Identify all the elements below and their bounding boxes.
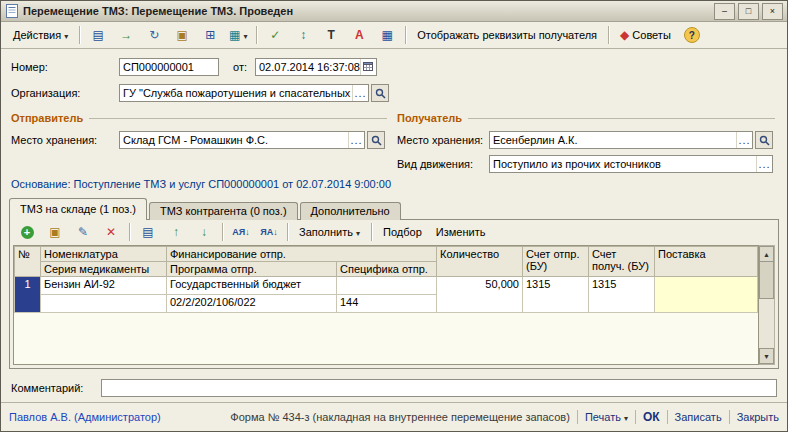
statusbar: Павлов А.В. (Администратор) Форма № 434-…	[1, 402, 787, 431]
statusbar-separator	[635, 410, 636, 424]
sort-asc-icon[interactable]: АЯ↓	[227, 221, 255, 243]
ellipsis-button[interactable]: ...	[348, 132, 364, 148]
font-T-icon[interactable]: Т	[317, 24, 345, 46]
post-document-icon[interactable]: ✓	[261, 24, 289, 46]
tab-tmz-contractor[interactable]: ТМЗ контрагента (0 поз.)	[149, 202, 298, 220]
close-form-button[interactable]: Закрыть	[737, 411, 779, 423]
movements-icon[interactable]: ↕	[289, 24, 317, 46]
print-button[interactable]: Печать	[585, 411, 628, 423]
col-header-quantity[interactable]: Количество	[437, 247, 523, 277]
cell-acct-from[interactable]: 1315	[523, 277, 589, 313]
move-up-icon[interactable]: ↑	[162, 221, 190, 243]
advices-button[interactable]: ◆ Советы	[613, 24, 678, 46]
add-row-icon[interactable]: +	[13, 221, 41, 243]
copy-icon[interactable]: ▣	[168, 24, 196, 46]
date-field[interactable]: 02.07.2014 16:37:08	[255, 58, 377, 76]
tab-bar: ТМЗ на складе (1 поз.) ТМЗ контрагента (…	[9, 198, 403, 220]
create-based-icon[interactable]: ▦	[224, 24, 252, 46]
movement-type-field[interactable]: Поступило из прочих источников ...	[489, 155, 773, 173]
tab-tmz-warehouse[interactable]: ТМЗ на складе (1 поз.)	[9, 198, 147, 220]
number-row: Номер: от: 02.07.2014 16:37:08	[11, 58, 771, 76]
move-down-icon[interactable]: ↓	[190, 221, 218, 243]
toolbar-separator	[222, 223, 223, 241]
sender-storage-field[interactable]: Склад ГСМ - Ромашкин Ф.С. ...	[119, 131, 365, 149]
cell-program[interactable]: Государственный бюджет	[167, 277, 337, 295]
document-window: Перемещение ТМЗ: Перемещение ТМЗ. Провед…	[0, 0, 788, 432]
comment-row: Комментарий:	[11, 379, 777, 397]
journal-icon[interactable]: ▤	[84, 24, 112, 46]
toolbar-separator	[287, 223, 288, 241]
col-header-nomenclature[interactable]: Номенклатура	[41, 247, 167, 262]
recipient-storage-label: Место хранения:	[397, 134, 489, 146]
copy-row-icon[interactable]: ▣	[41, 221, 69, 243]
cell-specifics-code[interactable]: 144	[337, 295, 437, 313]
sender-storage-open-button[interactable]	[367, 131, 385, 149]
show-recipient-details-button[interactable]: Отображать реквизиты получателя	[410, 24, 604, 46]
comment-input[interactable]	[101, 379, 777, 397]
col-header-financing[interactable]: Финансирование отпр.	[167, 247, 437, 262]
col-header-specifics[interactable]: Специфика отпр.	[337, 262, 437, 277]
recipient-storage-open-button[interactable]	[755, 131, 773, 149]
number-input[interactable]	[119, 58, 219, 76]
cell-specifics[interactable]	[337, 277, 437, 295]
scroll-up-icon[interactable]: ▲	[759, 246, 774, 262]
ok-button[interactable]: ОК	[643, 410, 660, 424]
order-icon[interactable]: ▤	[134, 221, 162, 243]
table-empty-area[interactable]	[15, 313, 758, 360]
col-header-acct-from[interactable]: Счет отпр. (БУ)	[523, 247, 589, 277]
fill-menu-button[interactable]: Заполнить	[292, 221, 367, 243]
organization-open-button[interactable]	[371, 84, 389, 102]
col-header-num[interactable]: №	[15, 247, 41, 277]
dropdown-caret-icon	[61, 29, 68, 41]
ellipsis-button[interactable]: ...	[736, 132, 752, 148]
statusbar-separator	[667, 410, 668, 424]
organization-field[interactable]: ГУ "Служба пожаротушения и спасательных …	[119, 84, 369, 102]
statusbar-separator	[729, 410, 730, 424]
cell-acct-to[interactable]: 1315	[589, 277, 655, 313]
col-header-program[interactable]: Программа отпр.	[167, 262, 337, 277]
edit-row-icon[interactable]: ✎	[69, 221, 97, 243]
cell-nomenclature[interactable]: Бензин АИ-92	[41, 277, 167, 295]
col-header-delivery[interactable]: Поставка	[655, 247, 758, 277]
delete-row-icon[interactable]: ✕	[97, 221, 125, 243]
tab-additional[interactable]: Дополнительно	[300, 202, 401, 220]
toolbar-separator	[608, 26, 609, 44]
report-icon[interactable]: ▦	[373, 24, 401, 46]
advices-icon: ◆	[620, 29, 629, 41]
recipient-storage-field[interactable]: Есенберлин А.К. ...	[489, 131, 753, 149]
cell-quantity[interactable]: 50,000	[437, 277, 523, 313]
items-table: № Номенклатура Финансирование отпр. Коли…	[13, 245, 759, 365]
col-header-acct-to[interactable]: Счет получ. (БУ)	[589, 247, 655, 277]
goto-icon[interactable]: →	[112, 24, 140, 46]
calendar-icon[interactable]	[360, 59, 376, 75]
actions-menu-button[interactable]: Действия	[6, 24, 75, 46]
edit-text-icon[interactable]: А	[345, 24, 373, 46]
structure-icon[interactable]: ⊞	[196, 24, 224, 46]
maximize-button[interactable]: □	[738, 3, 759, 20]
pick-button[interactable]: Подбор	[376, 221, 429, 243]
cell-delivery[interactable]	[655, 277, 758, 313]
sort-desc-icon[interactable]: ЯА↓	[255, 221, 283, 243]
help-button[interactable]: ?	[678, 24, 706, 46]
help-icon: ?	[684, 27, 700, 43]
magnifier-icon	[759, 135, 770, 146]
window-title: Перемещение ТМЗ: Перемещение ТМЗ. Провед…	[23, 5, 711, 17]
table-row[interactable]: 1 Бензин АИ-92 Государственный бюджет 50…	[15, 277, 758, 295]
vertical-scrollbar[interactable]: ▲ ▼	[759, 245, 775, 365]
cell-series[interactable]	[41, 295, 167, 313]
minimize-button[interactable]: –	[714, 3, 735, 20]
scrollbar-thumb[interactable]	[759, 261, 774, 299]
titlebar: Перемещение ТМЗ: Перемещение ТМЗ. Провед…	[1, 1, 787, 22]
cell-program-code[interactable]: 02/2/202/106/022	[167, 295, 337, 313]
change-button[interactable]: Изменить	[429, 221, 493, 243]
col-header-series[interactable]: Серия медикаменты	[41, 262, 167, 277]
save-button[interactable]: Записать	[675, 411, 722, 423]
ellipsis-button[interactable]: ...	[352, 85, 368, 101]
close-button[interactable]: ×	[762, 3, 783, 20]
scroll-down-icon[interactable]: ▼	[759, 348, 774, 364]
row-number-cell[interactable]: 1	[15, 277, 41, 313]
user-link[interactable]: Павлов А.В. (Администратор)	[9, 411, 161, 423]
ellipsis-button[interactable]: ...	[756, 156, 772, 172]
refresh-icon[interactable]: ↻	[140, 24, 168, 46]
recipient-section-header: Получатель	[397, 109, 775, 127]
